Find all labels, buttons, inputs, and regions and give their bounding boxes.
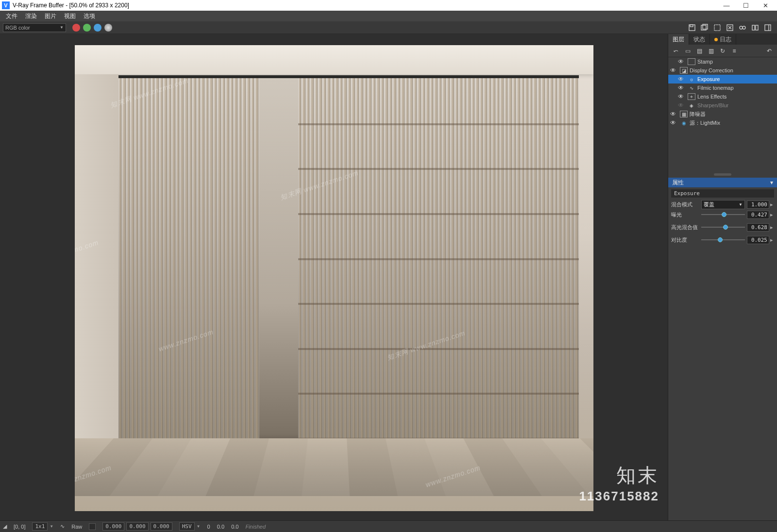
raw-label: Raw xyxy=(71,524,82,530)
save-icon[interactable] xyxy=(687,22,697,33)
correction-icon: ◪ xyxy=(680,67,688,74)
channel-selector[interactable]: RGB color ▼ xyxy=(3,23,66,32)
menu-options[interactable]: 选项 xyxy=(80,12,99,20)
screen-panel-left xyxy=(118,78,259,453)
layer-display-correction[interactable]: 👁◪Display Correction xyxy=(668,66,777,75)
clear-icon[interactable] xyxy=(725,22,735,33)
layer-sharpen[interactable]: 👁◈Sharpen/Blur xyxy=(668,101,777,110)
highlight-value[interactable]: 0.628 xyxy=(747,223,769,232)
eye-icon[interactable]: 👁 xyxy=(670,119,678,126)
coord-readout: [0, 0] xyxy=(14,524,25,530)
side-toolbar: ⤺ ▭ ▤ ▥ ↻ ≡ ↶ xyxy=(668,45,777,57)
region-icon[interactable] xyxy=(712,22,723,33)
layer-filmic[interactable]: 👁∿Filmic tonemap xyxy=(668,83,777,92)
lens-icon: + xyxy=(688,93,695,100)
curve-icon[interactable]: ∿ xyxy=(60,523,65,530)
menu-view[interactable]: 视图 xyxy=(60,12,80,20)
eye-icon[interactable]: 👁 xyxy=(678,93,686,100)
stepper-icon[interactable]: ▸ xyxy=(769,237,774,243)
log-indicator-icon xyxy=(714,38,718,41)
menu-file[interactable]: 文件 xyxy=(2,12,21,20)
eye-icon[interactable]: 👁 xyxy=(678,102,686,109)
close-button[interactable]: ✕ xyxy=(756,0,775,11)
link-icon[interactable] xyxy=(737,22,748,33)
panel-toggle-icon[interactable] xyxy=(762,22,773,33)
stepper-icon[interactable]: ▸ xyxy=(769,212,774,218)
exposure-value[interactable]: 0.427 xyxy=(747,211,769,219)
contrast-value[interactable]: 0.025 xyxy=(747,236,769,244)
layer-lens-effects[interactable]: 👁+Lens Effects xyxy=(668,92,777,101)
layer-exposure[interactable]: 👁☼Exposure xyxy=(668,75,777,83)
svg-rect-4 xyxy=(714,25,720,31)
svg-rect-10 xyxy=(765,25,771,31)
compare-icon[interactable] xyxy=(750,22,760,33)
eye-icon[interactable]: 👁 xyxy=(670,111,678,117)
props-subtitle: Exposure xyxy=(671,189,774,198)
props-header[interactable]: 属性▾ xyxy=(668,178,777,187)
eye-icon[interactable]: 👁 xyxy=(670,67,678,74)
tab-layers[interactable]: 图层 xyxy=(668,34,689,45)
eye-icon[interactable]: 👁 xyxy=(678,58,686,65)
watermark-brand: 知末 1136715882 xyxy=(579,462,659,504)
h-value: 0 xyxy=(207,524,210,530)
green-channel-button[interactable] xyxy=(83,24,91,32)
render-image: 知末网 www.znzmo.com 知末网 www.znzmo.com znzm… xyxy=(75,45,593,511)
window-title: V-Ray Frame Buffer - [50.0% of 2933 x 22… xyxy=(13,2,717,9)
side-panel: 图层 状态 日志 ⤺ ▭ ▤ ▥ ↻ ≡ ↶ 👁Stamp 👁◪Display … xyxy=(668,34,777,520)
svg-point-7 xyxy=(743,26,745,29)
minimize-button[interactable]: — xyxy=(717,0,736,11)
stepper-icon[interactable]: ▸ xyxy=(769,224,774,231)
layer-load-icon[interactable]: ▥ xyxy=(706,46,716,56)
panel-splitter[interactable] xyxy=(668,171,777,178)
layer-lightmix[interactable]: 👁◉源：LightMix xyxy=(668,118,777,127)
maximize-button[interactable]: ☐ xyxy=(736,0,756,11)
viewport[interactable]: 知末网 www.znzmo.com 知末网 www.znzmo.com znzm… xyxy=(0,34,668,520)
tab-log[interactable]: 日志 xyxy=(710,34,736,45)
slider-contrast: 对比度 0.025 ▸ xyxy=(671,235,774,244)
layer-folder-icon[interactable]: ▭ xyxy=(683,46,693,56)
exposure-slider[interactable] xyxy=(701,211,745,218)
red-channel-button[interactable] xyxy=(72,24,80,32)
svg-rect-8 xyxy=(752,25,755,30)
slider-highlight: 高光混合值 0.628 ▸ xyxy=(671,223,774,232)
props-menu-icon[interactable]: ▾ xyxy=(770,179,773,186)
mono-channel-button[interactable] xyxy=(104,24,112,32)
layer-add-icon[interactable]: ⤺ xyxy=(671,46,681,56)
save-all-icon[interactable] xyxy=(699,22,710,33)
v-value: 0.0 xyxy=(231,524,238,530)
side-tabs: 图层 状态 日志 xyxy=(668,34,777,45)
blend-opacity-input[interactable]: 1.000 xyxy=(747,200,769,209)
blue-channel-button[interactable] xyxy=(94,24,101,32)
main-toolbar: RGB color ▼ xyxy=(0,21,777,34)
s-value: 0.0 xyxy=(217,524,224,530)
sharpen-icon: ◈ xyxy=(688,102,695,109)
blend-mode-select[interactable]: 覆盖▼ xyxy=(701,200,745,209)
menubar: 文件 渲染 图片 视图 选项 xyxy=(0,11,777,21)
layer-save-icon[interactable]: ▤ xyxy=(694,46,704,56)
scale-select[interactable]: 1x1 xyxy=(32,522,48,531)
menu-render[interactable]: 渲染 xyxy=(21,12,41,20)
tab-status[interactable]: 状态 xyxy=(689,34,710,45)
dropdown-icon: ▼ xyxy=(60,25,64,30)
highlight-slider[interactable] xyxy=(701,224,745,231)
hsv-label[interactable]: HSV xyxy=(179,522,195,531)
layer-denoiser[interactable]: 👁▦降噪器 xyxy=(668,110,777,118)
layer-menu-icon[interactable]: ≡ xyxy=(729,46,739,56)
eye-icon[interactable]: 👁 xyxy=(678,84,686,91)
stamp-icon xyxy=(688,58,695,65)
statusbar: ◢ [0, 0] 1x1▼ ∿ Raw 0.000 0.000 0.000 HS… xyxy=(0,520,777,532)
layer-undo-icon[interactable]: ↶ xyxy=(764,46,774,56)
layer-stamp[interactable]: 👁Stamp xyxy=(668,57,777,66)
denoiser-icon: ▦ xyxy=(680,111,688,117)
titlebar: V V-Ray Frame Buffer - [50.0% of 2933 x … xyxy=(0,0,777,11)
channel-selector-value: RGB color xyxy=(5,25,30,31)
layer-reset-icon[interactable]: ↻ xyxy=(718,46,727,56)
pick-tool-icon[interactable]: ◢ xyxy=(3,523,7,530)
contrast-slider[interactable] xyxy=(701,236,745,243)
svg-point-6 xyxy=(740,26,743,29)
eye-icon[interactable]: 👁 xyxy=(678,76,686,83)
props-body: Exposure 混合模式 覆盖▼ 1.000 ▸ 曝光 0.427 ▸ 高光混… xyxy=(668,187,777,250)
menu-image[interactable]: 图片 xyxy=(41,12,60,20)
render-state: Finished xyxy=(245,524,266,530)
stepper-icon[interactable]: ▸ xyxy=(769,201,774,208)
